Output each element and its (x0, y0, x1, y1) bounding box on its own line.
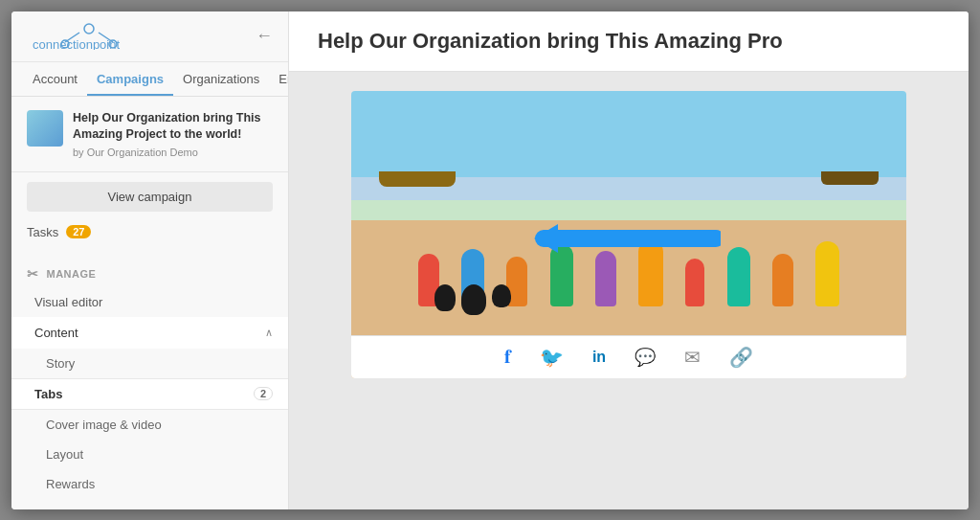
menu-content[interactable]: Content ∧ (11, 317, 288, 349)
collapse-sidebar-button[interactable]: ← (256, 26, 273, 46)
sidebar-header: connectionpoint ← (11, 11, 288, 62)
scissors-icon: ✂ (27, 266, 39, 282)
view-campaign-button[interactable]: View campaign (27, 182, 273, 212)
svg-text:connectionpoint: connectionpoint (33, 37, 120, 50)
share-email-icon[interactable]: ✉ (684, 346, 701, 369)
tasks-label: Tasks (27, 225, 58, 239)
nav-organizations[interactable]: Organizations (173, 62, 269, 96)
campaign-details: Help Our Organization bring This Amazing… (73, 110, 273, 158)
nav-account[interactable]: Account (23, 62, 87, 96)
menu-cover-image[interactable]: Cover image & video (11, 410, 288, 440)
campaign-image-wrapper: 𝐟 🐦 in 💬 ✉ 🔗 (351, 91, 906, 378)
share-facebook-icon[interactable]: 𝐟 (504, 346, 511, 368)
top-nav: Account Campaigns Organizations Enterpri… (11, 62, 288, 97)
page-title: Help Our Organization bring This Amazing… (318, 29, 940, 54)
campaign-thumbnail (27, 110, 63, 147)
chevron-up-icon: ∧ (265, 327, 273, 339)
share-twitter-icon[interactable]: 🐦 (540, 346, 564, 369)
tasks-row: Tasks 27 (11, 221, 288, 249)
main-body: 𝐟 🐦 in 💬 ✉ 🔗 (289, 72, 969, 509)
svg-marker-8 (534, 224, 558, 253)
manage-section-label: ✂ MANAGE (11, 257, 288, 287)
campaign-title: Help Our Organization bring This Amazing… (73, 110, 273, 144)
share-linkedin-icon[interactable]: in (592, 349, 606, 366)
nav-campaigns[interactable]: Campaigns (87, 62, 173, 96)
menu-visual-editor[interactable]: Visual editor (11, 287, 288, 317)
logo-icon: connectionpoint (27, 23, 151, 50)
trash-bags-decoration (434, 284, 511, 315)
tabs-badge: 2 (254, 387, 273, 400)
nav-enterprise[interactable]: Enterprise (269, 62, 289, 96)
menu-rewards[interactable]: Rewards (11, 469, 288, 499)
tasks-badge: 27 (66, 225, 91, 238)
main-header: Help Our Organization bring This Amazing… (289, 11, 969, 72)
menu-tabs[interactable]: Tabs 2 (11, 378, 288, 410)
menu-settings[interactable]: Settings ∨ (11, 507, 288, 509)
main-content: Help Our Organization bring This Amazing… (289, 11, 969, 509)
svg-point-0 (84, 24, 94, 34)
sidebar: connectionpoint ← Account Campaigns Orga… (11, 11, 289, 509)
share-link-icon[interactable]: 🔗 (729, 346, 753, 369)
share-messenger-icon[interactable]: 💬 (635, 347, 656, 368)
campaign-info: Help Our Organization bring This Amazing… (11, 97, 288, 172)
arrow-annotation (529, 212, 721, 264)
logo-area: connectionpoint (27, 23, 151, 50)
menu-layout[interactable]: Layout (11, 440, 288, 469)
share-bar: 𝐟 🐦 in 💬 ✉ 🔗 (351, 335, 906, 378)
menu-story[interactable]: Story (11, 349, 288, 378)
campaign-org: by Our Organization Demo (73, 147, 273, 158)
